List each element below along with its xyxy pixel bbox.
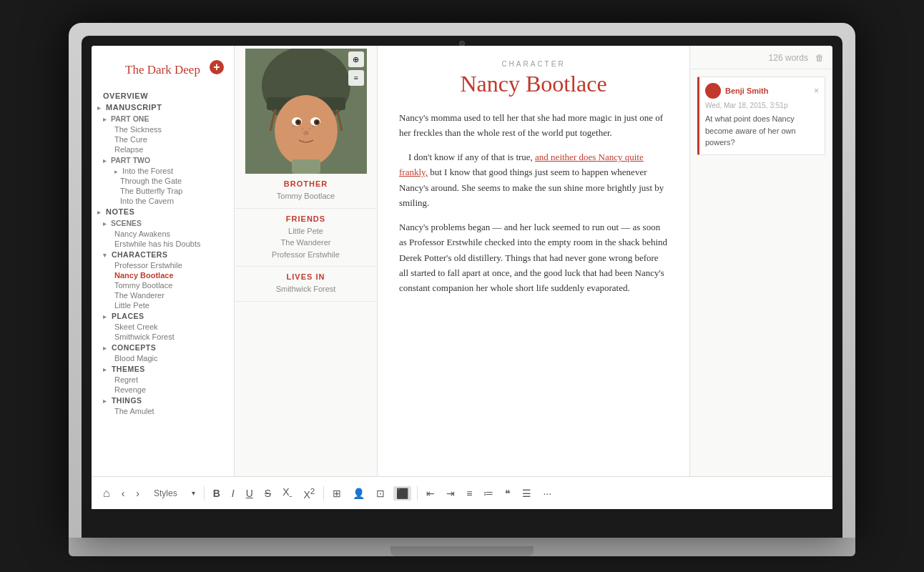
- sidebar-title-container: The Dark Deep +: [92, 54, 234, 90]
- sidebar-item-skeet-creek[interactable]: Skeet Creek: [92, 322, 234, 332]
- toolbar-highlight-button[interactable]: ⬛: [393, 486, 411, 500]
- rel-brother-items: Tommy Bootlace: [246, 190, 365, 202]
- main-content: CHARACTER Nancy Bootlace Nancy's momma u…: [378, 46, 689, 476]
- toolbar-strikethrough-button[interactable]: S: [262, 486, 274, 500]
- comment-date: Wed, Mar 18, 2015, 3:51p: [705, 102, 819, 109]
- toolbar-indent-right-button[interactable]: ⇥: [443, 486, 458, 500]
- toolbar-bullets-button[interactable]: ≔: [481, 486, 496, 500]
- toolbar: ⌂ ‹ › Styles ▾ B I U S X- X2 ⊞ 👤 ⊡ ⬛: [92, 476, 832, 509]
- char-paragraph-3: Nancy's problems began — and her luck se…: [399, 220, 668, 296]
- sidebar-item-into-cavern[interactable]: Into the Cavern: [92, 196, 234, 206]
- toolbar-divider-2: [323, 486, 324, 500]
- sidebar-item-nancy-awakens[interactable]: Nancy Awakens: [92, 229, 234, 239]
- sidebar-add-button[interactable]: +: [210, 60, 224, 74]
- sidebar-item-smithwick-forest[interactable]: Smithwick Forest: [92, 332, 234, 342]
- sidebar-item-scenes[interactable]: ▸ SCENES: [92, 217, 234, 229]
- photo-edit-button[interactable]: ≡: [348, 70, 364, 86]
- rel-brother-label: BROTHER: [246, 179, 365, 188]
- comment-avatar: [705, 83, 721, 99]
- sidebar-item-tommy-bootlace[interactable]: Tommy Bootlace: [92, 280, 234, 290]
- sidebar-item-characters[interactable]: ▾ CHARACTERS: [92, 249, 234, 260]
- right-panel: 126 words 🗑 Benji Smith × Wed, Mar 18, 2…: [689, 46, 832, 476]
- svg-point-14: [297, 121, 300, 124]
- comment-card: Benji Smith × Wed, Mar 18, 2015, 3:51p A…: [697, 77, 825, 155]
- comment-close-button[interactable]: ×: [814, 86, 819, 96]
- rel-brother-tommy[interactable]: Tommy Bootlace: [246, 190, 365, 202]
- sidebar-item-the-sickness[interactable]: The Sickness: [92, 124, 234, 134]
- sidebar-item-the-wanderer[interactable]: The Wanderer: [92, 290, 234, 300]
- sidebar-item-concepts[interactable]: ▸ CONCEPTS: [92, 342, 234, 353]
- sidebar-item-notes[interactable]: ▸ NOTES: [92, 206, 234, 217]
- rel-livesin-items: Smithwick Forest: [246, 283, 365, 295]
- sidebar-item-erstwhile-doubts[interactable]: Erstwhile has his Doubts: [92, 239, 234, 249]
- rel-friend-little-pete[interactable]: Little Pete: [246, 225, 365, 237]
- sidebar-item-butterfly-trap[interactable]: The Butterfly Trap: [92, 186, 234, 196]
- photo-overlay-buttons: ⊕ ≡: [348, 51, 364, 86]
- relationship-friends: FRIENDS Little Pete The Wanderer Profess…: [235, 209, 377, 267]
- toolbar-indent-left-button[interactable]: ⇤: [423, 486, 438, 500]
- sidebar-item-blood-magic[interactable]: Blood Magic: [92, 353, 234, 363]
- sidebar-item-part-one[interactable]: ▸ PART ONE: [92, 113, 234, 124]
- app-container: The Dark Deep + OVERVIEW ▸ MANUSCRIPT ▸ …: [92, 46, 832, 476]
- toolbar-quote-button[interactable]: ❝: [502, 486, 513, 500]
- screen: The Dark Deep + OVERVIEW ▸ MANUSCRIPT ▸ …: [92, 46, 832, 509]
- toolbar-align-button[interactable]: ☰: [519, 486, 534, 500]
- sidebar-item-things[interactable]: ▸ THINGS: [92, 395, 234, 406]
- sidebar-item-part-two[interactable]: ▸ PART TWO: [92, 154, 234, 166]
- sidebar-item-themes[interactable]: ▸ THEMES: [92, 363, 234, 375]
- character-name-heading: Nancy Bootlace: [399, 71, 668, 97]
- sidebar-item-professor-erstwhile[interactable]: Professor Erstwhile: [92, 260, 234, 270]
- toolbar-more-button[interactable]: ···: [540, 486, 554, 500]
- word-count: 126 words 🗑: [690, 53, 832, 69]
- toolbar-styles-arrow[interactable]: ▾: [189, 488, 198, 498]
- rel-friend-erstwhile[interactable]: Professor Erstwhile: [246, 249, 365, 261]
- sidebar-item-the-cure[interactable]: The Cure: [92, 134, 234, 144]
- toolbar-list-button[interactable]: ≡: [463, 486, 475, 500]
- relationship-brother: BROTHER Tommy Bootlace: [235, 174, 377, 209]
- toolbar-image-button[interactable]: 👤: [350, 486, 368, 500]
- rel-friends-label: FRIENDS: [246, 214, 365, 223]
- rel-friend-wanderer[interactable]: The Wanderer: [246, 237, 365, 249]
- toolbar-forward-button[interactable]: ›: [133, 486, 142, 500]
- char-paragraph-2: I don't know if any of that is true, and…: [399, 149, 668, 211]
- photo-zoom-button[interactable]: ⊕: [348, 51, 364, 67]
- sidebar-item-regret[interactable]: Regret: [92, 375, 234, 385]
- sidebar-item-relapse[interactable]: Relapse: [92, 144, 234, 154]
- sidebar-item-revenge[interactable]: Revenge: [92, 385, 234, 395]
- comment-author-name: Benji Smith: [725, 87, 810, 95]
- sidebar-item-the-amulet[interactable]: The Amulet: [92, 406, 234, 416]
- sidebar-project-title[interactable]: The Dark Deep: [103, 59, 222, 84]
- sidebar-item-through-gate[interactable]: Through the Gate: [92, 176, 234, 186]
- sidebar-item-places[interactable]: ▸ PLACES: [92, 310, 234, 322]
- toolbar-underline-button[interactable]: U: [243, 486, 256, 500]
- sidebar-item-little-pete[interactable]: Little Pete: [92, 300, 234, 310]
- relationship-lives-in: LIVES IN Smithwick Forest: [235, 267, 377, 302]
- toolbar-styles-dropdown[interactable]: Styles: [148, 488, 183, 498]
- sidebar-item-manuscript[interactable]: ▸ MANUSCRIPT: [92, 102, 234, 113]
- laptop-shell: The Dark Deep + OVERVIEW ▸ MANUSCRIPT ▸ …: [69, 23, 855, 556]
- sidebar-item-nancy-bootlace[interactable]: Nancy Bootlace: [92, 270, 234, 280]
- toolbar-divider-3: [417, 486, 418, 500]
- highlighted-text[interactable]: and neither does Nancy quite frankly,: [399, 152, 644, 177]
- toolbar-italic-button[interactable]: I: [229, 486, 237, 500]
- word-count-value: 126 words: [769, 53, 808, 63]
- toolbar-bold-button[interactable]: B: [210, 486, 223, 500]
- svg-point-15: [315, 121, 318, 124]
- toolbar-divider-1: [204, 486, 205, 500]
- svg-point-9: [308, 128, 310, 130]
- rel-livesin-smithwick[interactable]: Smithwick Forest: [246, 283, 365, 295]
- middle-panel: ⊕ ≡ BROTHER Tommy Bootlace F: [235, 46, 378, 476]
- toolbar-subscript-button[interactable]: X-: [280, 485, 295, 501]
- toolbar-box-button[interactable]: ⊡: [373, 486, 388, 500]
- character-type-label: CHARACTER: [399, 60, 668, 68]
- toolbar-back-button[interactable]: ‹: [119, 486, 128, 500]
- rel-livesin-label: LIVES IN: [246, 272, 365, 281]
- toolbar-table-button[interactable]: ⊞: [330, 486, 344, 500]
- screen-bezel: The Dark Deep + OVERVIEW ▸ MANUSCRIPT ▸ …: [82, 36, 842, 538]
- sidebar: The Dark Deep + OVERVIEW ▸ MANUSCRIPT ▸ …: [92, 46, 235, 476]
- sidebar-item-overview[interactable]: OVERVIEW: [92, 90, 234, 102]
- toolbar-home-button[interactable]: ⌂: [100, 485, 113, 501]
- laptop-notch: [390, 546, 534, 556]
- toolbar-superscript-button[interactable]: X2: [300, 485, 318, 502]
- sidebar-item-into-forest[interactable]: ▸ Into the Forest: [92, 166, 234, 176]
